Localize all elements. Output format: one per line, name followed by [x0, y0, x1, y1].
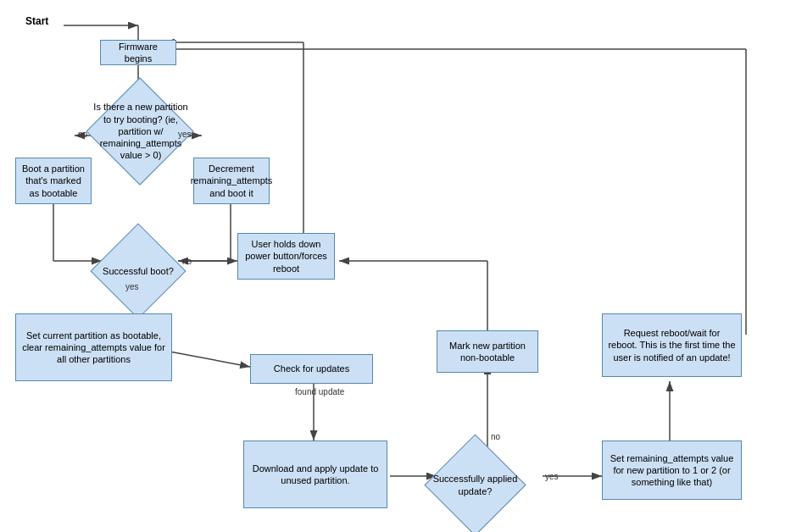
boot-bootable-node: Boot a partition that's marked as bootab… [15, 158, 92, 204]
decrement-boot-node: Decrement remaining_attempts and boot it [193, 158, 270, 204]
successful-boot-diamond-label: Successful boot? [96, 237, 181, 305]
check-updates-node: Check for updates [250, 354, 373, 384]
user-holds-node: User holds down power button/forces rebo… [237, 233, 335, 280]
svg-line-14 [170, 352, 250, 367]
flowchart-diagram: Start Firmware begins Is there a new par… [0, 0, 785, 532]
new-partition-diamond-label: Is there a new partition to try booting?… [92, 93, 190, 169]
mark-non-bootable-node: Mark new partition non-bootable [437, 330, 538, 373]
no-applied-label: no [491, 432, 500, 441]
no-new-part-label: no [78, 130, 87, 139]
found-update-label: found update [295, 387, 344, 396]
applied-diamond-label: Successfully applied update? [431, 449, 520, 521]
start-label: Start [25, 15, 48, 27]
yes-new-part-label: yes [178, 130, 192, 139]
no-boot-label: no [182, 257, 192, 266]
set-remaining-node: Set remaining_attempts value for new par… [602, 441, 742, 500]
set-current-bootable-node: Set current partition as bootable, clear… [15, 313, 172, 381]
firmware-begins-node: Firmware begins [100, 40, 176, 65]
request-reboot-node: Request reboot/wait for reboot. This is … [602, 313, 742, 377]
download-apply-node: Download and apply update to unused part… [243, 441, 387, 508]
yes-applied-label: yes [545, 472, 559, 481]
yes-boot-label: yes [125, 282, 139, 291]
